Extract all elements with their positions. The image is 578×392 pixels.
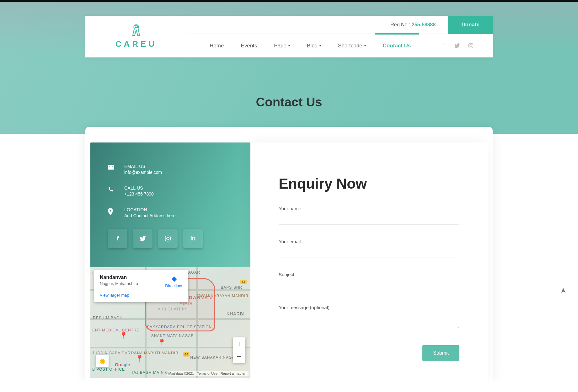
email-input[interactable] xyxy=(279,250,459,257)
info-location: LOCATION Add Contact Address here.. xyxy=(108,207,233,218)
view-larger-map-link[interactable]: View larger map xyxy=(100,293,129,298)
chevron-down-icon: ▾ xyxy=(364,44,366,47)
map[interactable]: SHASHTRI NAGAR BAPS Shr RESHIM BAGH KHAR… xyxy=(90,267,250,378)
info-label: LOCATION xyxy=(124,207,178,212)
subject-input[interactable] xyxy=(279,283,459,290)
svg-point-2 xyxy=(472,44,473,45)
field-label: Your email xyxy=(279,239,459,244)
field-name: Your name xyxy=(279,206,459,224)
donate-button[interactable]: Donate xyxy=(448,16,493,34)
ribbon-icon xyxy=(131,24,141,37)
nav-label: Page xyxy=(274,43,286,49)
twitter-icon[interactable] xyxy=(454,43,461,48)
contact-info-panel: EMAIL US info@example.com CALL US +123 4… xyxy=(90,142,250,381)
map-pin-icon: 📍 xyxy=(158,339,166,347)
info-label: EMAIL US xyxy=(124,164,162,169)
contact-card: EMAIL US info@example.com CALL US +123 4… xyxy=(85,127,493,381)
map-report-link[interactable]: Report a map err xyxy=(221,372,247,375)
logo-text: CAREU xyxy=(115,39,157,49)
field-label: Your name xyxy=(279,206,459,211)
linkedin-button[interactable]: in xyxy=(183,229,203,248)
map-area-label: RESHIM BAGH xyxy=(93,316,123,320)
map-pin-icon xyxy=(108,208,115,215)
svg-point-4 xyxy=(167,237,169,240)
social-row: f in xyxy=(108,229,233,248)
field-label: Your message (optional) xyxy=(279,305,459,310)
map-area-label: SHAKTIMATA NAGAR xyxy=(151,334,194,338)
phone-icon xyxy=(108,186,115,192)
envelope-icon xyxy=(108,165,115,170)
nav-label: Shortcode xyxy=(338,43,362,49)
nav-contact-us[interactable]: Contact Us xyxy=(375,34,419,57)
chevron-down-icon: ▾ xyxy=(288,44,290,47)
svg-rect-0 xyxy=(468,43,473,48)
instagram-button[interactable] xyxy=(158,229,178,248)
field-label: Subject xyxy=(279,272,459,277)
nav-label: Home xyxy=(210,43,224,49)
map-terms-link[interactable]: Terms of Use xyxy=(197,372,217,375)
reg-number: Reg No : 255-58888 xyxy=(390,22,436,28)
field-email: Your email xyxy=(279,239,459,257)
name-input[interactable] xyxy=(279,217,459,224)
map-area-label: NEW SAHAKAR NAGAR xyxy=(190,355,238,360)
info-label: CALL US xyxy=(124,185,154,191)
map-attribution: Map data ©2021 Terms of Use Report a map… xyxy=(167,371,249,376)
nav-label: Contact Us xyxy=(383,43,411,49)
info-value: +123 456 7890 xyxy=(124,191,154,196)
field-message: Your message (optional) xyxy=(279,305,459,330)
nav-home[interactable]: Home xyxy=(201,34,232,57)
pegman-button[interactable]: ◉ xyxy=(96,355,109,367)
map-infowindow: Nandanvan Nagpur, Maharashtra View large… xyxy=(94,270,188,302)
google-logo[interactable]: Google xyxy=(115,362,130,367)
map-zoom-controls: + − xyxy=(233,337,245,363)
enquiry-form: Enquiry Now Your name Your email Subject… xyxy=(250,142,488,381)
reg-value: 255-58888 xyxy=(412,22,436,27)
reg-label: Reg No : xyxy=(390,22,412,27)
info-phone: CALL US +123 456 7890 xyxy=(108,185,233,196)
scroll-to-top-button[interactable]: ➤ xyxy=(559,288,567,293)
zoom-in-button[interactable]: + xyxy=(233,337,245,350)
directions-button[interactable]: ◆ Directions xyxy=(165,275,183,288)
map-pin-icon: 📍 xyxy=(119,331,128,340)
map-poi-label: Sakkardara Police Station xyxy=(147,325,212,329)
main-nav: Home Events Page▾ Blog▾ Shortcode▾ Conta… xyxy=(187,34,493,57)
nav-label: Blog xyxy=(307,43,318,49)
instagram-icon[interactable] xyxy=(468,43,475,48)
svg-point-1 xyxy=(470,45,472,47)
topbar: Reg No : 255-58888 Donate xyxy=(187,16,493,34)
svg-point-5 xyxy=(169,237,170,237)
form-title: Enquiry Now xyxy=(279,175,459,192)
map-poi-label: Swaminarayan Mandir xyxy=(196,294,249,298)
nav-page[interactable]: Page▾ xyxy=(266,34,298,57)
map-area-label: VHB QUATERS xyxy=(158,307,188,311)
site-header: CAREU Reg No : 255-58888 Donate Home Eve… xyxy=(85,16,493,57)
page-title: Contact Us xyxy=(85,95,493,109)
logo[interactable]: CAREU xyxy=(85,16,187,57)
directions-icon: ◆ xyxy=(165,275,183,283)
info-value: Add Contact Address here.. xyxy=(124,213,178,218)
submit-button[interactable]: Submit xyxy=(422,345,459,361)
road-shield: 44 xyxy=(183,352,190,357)
map-poi-label: ent Medical Centre xyxy=(92,328,140,332)
nav-label: Events xyxy=(241,43,257,49)
info-email: EMAIL US info@example.com xyxy=(108,164,233,175)
nav-events[interactable]: Events xyxy=(233,34,265,57)
map-data-text: Map data ©2021 xyxy=(169,372,194,375)
info-value: info@example.com xyxy=(124,170,162,175)
map-pin-icon: 📍 xyxy=(135,355,144,363)
road-shield: 44 xyxy=(240,280,247,284)
nav-blog[interactable]: Blog▾ xyxy=(299,34,329,57)
directions-label: Directions xyxy=(165,283,183,288)
map-area-label: KHARBI xyxy=(227,311,245,316)
svg-rect-3 xyxy=(165,236,171,241)
message-textarea[interactable] xyxy=(279,316,459,328)
nav-shortcode[interactable]: Shortcode▾ xyxy=(330,34,374,57)
facebook-button[interactable]: f xyxy=(108,229,127,248)
field-subject: Subject xyxy=(279,272,459,290)
map-poi-label: b Post Office xyxy=(92,367,125,372)
zoom-out-button[interactable]: − xyxy=(233,350,245,363)
facebook-icon[interactable]: f xyxy=(441,43,447,49)
twitter-button[interactable] xyxy=(133,229,153,248)
map-area-label: BAPS Shr xyxy=(221,285,242,290)
chevron-down-icon: ▾ xyxy=(319,44,321,47)
